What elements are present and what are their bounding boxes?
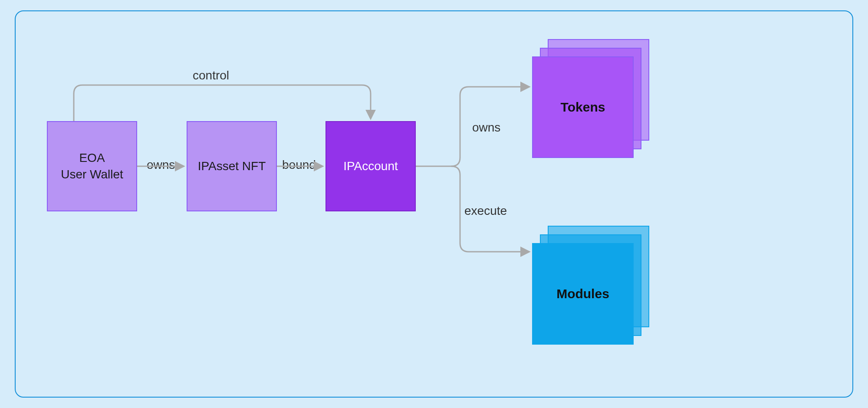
node-ipasset-nft: IPAsset NFT [187,121,277,211]
node-ipaccount: IPAccount [326,121,416,211]
node-modules-label: Modules [533,286,633,301]
node-eoa-wallet: EOA User Wallet [47,121,137,211]
diagram-frame [15,10,853,398]
node-tokens-label: Tokens [533,100,633,115]
edge-label-execute: execute [464,204,507,218]
edge-label-owns1: owns [147,158,175,172]
node-modules-stack: Modules [532,226,649,345]
node-nft-label: IPAsset NFT [198,158,266,174]
edge-label-bound: bound [282,158,316,172]
node-eoa-line1: EOA [61,150,123,166]
edge-label-control: control [193,69,229,82]
node-account-label: IPAccount [343,158,398,174]
node-tokens-stack: Tokens [532,39,649,158]
node-eoa-line2: User Wallet [61,166,123,183]
edge-label-owns2: owns [472,121,500,135]
